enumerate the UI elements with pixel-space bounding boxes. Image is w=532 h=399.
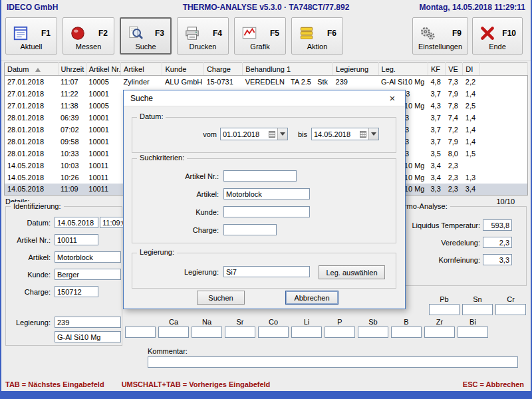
red-cross-icon bbox=[479, 25, 496, 42]
element-label-li: Li bbox=[291, 318, 322, 327]
element-value-input-p[interactable] bbox=[325, 327, 355, 338]
toolbar-button-drucken[interactable]: F4 Drucken bbox=[177, 17, 229, 55]
column-header-di[interactable]: DI bbox=[463, 63, 480, 76]
toolbar-button-suche[interactable]: F3 Suche bbox=[120, 17, 172, 55]
detail-kunde-input[interactable] bbox=[55, 269, 121, 280]
detail-charge-input[interactable] bbox=[55, 286, 98, 297]
table-cell bbox=[480, 184, 528, 196]
column-header-behandlung-1[interactable]: Behandlung 1 bbox=[243, 63, 333, 76]
liquidus-value-input[interactable] bbox=[483, 219, 512, 231]
column-header-ve[interactable]: VE bbox=[446, 63, 463, 76]
table-cell: 1,4 bbox=[463, 124, 480, 136]
detail-artikel-nr-input[interactable] bbox=[55, 234, 98, 245]
element-label-co: Co bbox=[258, 318, 289, 327]
element-row-1: PbSnCr bbox=[429, 295, 526, 315]
gears-icon bbox=[419, 25, 436, 42]
toolbar-button-aktuell[interactable]: F1 Aktuell bbox=[5, 17, 57, 55]
element-value-input-cr[interactable] bbox=[495, 304, 526, 315]
element-value-input[interactable] bbox=[125, 327, 156, 338]
table-cell: 8,0 bbox=[446, 148, 463, 160]
element-value-input-li[interactable] bbox=[291, 327, 322, 338]
table-cell: 2,2 bbox=[463, 76, 480, 88]
table-cell: 2,3 bbox=[446, 184, 463, 196]
element-value-input-pb[interactable] bbox=[429, 304, 460, 315]
toolbar-button-ende[interactable]: F10 Ende bbox=[472, 17, 523, 55]
element-label-cr: Cr bbox=[495, 295, 526, 304]
search-artikel-input[interactable] bbox=[223, 188, 310, 200]
bis-date-picker[interactable]: 14.05.2018 bbox=[311, 128, 379, 140]
form-list-icon bbox=[12, 25, 29, 42]
column-header-uhrzeit[interactable]: Uhrzeit bbox=[58, 63, 86, 76]
element-label-sn: Sn bbox=[462, 295, 493, 304]
column-header-leg[interactable]: Leg. bbox=[378, 63, 428, 76]
current-datetime: Montag, 14.05.2018 11:29:11 bbox=[349, 3, 525, 12]
layers-icon bbox=[298, 25, 315, 42]
column-header-legierung[interactable]: Legierung bbox=[333, 63, 378, 76]
element-label-empty bbox=[125, 318, 156, 327]
table-cell: 7,8 bbox=[446, 100, 463, 112]
vom-date-picker[interactable]: 01.01.2018 bbox=[220, 128, 288, 140]
search-charge-input[interactable] bbox=[223, 224, 277, 235]
toolbar-button-einstellungen[interactable]: F9 Einstellungen bbox=[412, 17, 468, 55]
statusbar-hint-tab: TAB = Nächstes Eingabefeld bbox=[5, 380, 104, 388]
search-artikel-nr-input[interactable] bbox=[223, 170, 297, 182]
column-header-charge[interactable]: Charge bbox=[203, 63, 242, 76]
element-value-input-ca[interactable] bbox=[158, 327, 189, 338]
dialog-suchkriterien-legend: Suchkriterien: bbox=[137, 154, 187, 162]
identifizierung-legend: Identifizierung: bbox=[11, 202, 64, 210]
element-value-input-zr[interactable] bbox=[424, 327, 455, 338]
element-value-input-bi[interactable] bbox=[458, 327, 488, 338]
toolbar-button-aktion[interactable]: F6 Aktion bbox=[291, 17, 343, 55]
element-value-input-co[interactable] bbox=[258, 327, 289, 338]
abbrechen-button[interactable]: Abbrechen bbox=[285, 291, 338, 305]
column-header-kunde[interactable]: Kunde bbox=[162, 63, 203, 76]
detail-legierung-input[interactable] bbox=[55, 317, 121, 328]
table-cell bbox=[480, 100, 528, 112]
table-cell: 3,4 bbox=[428, 172, 445, 184]
table-cell: 27.01.2018 bbox=[5, 88, 59, 100]
toolbar-button-grafik[interactable]: F5 Grafik bbox=[234, 17, 286, 55]
detail-datum-input[interactable] bbox=[55, 217, 98, 228]
window-frame-bottom bbox=[0, 391, 532, 399]
column-header-artikel-nr[interactable]: Artikel Nr. bbox=[86, 63, 120, 76]
element-value-input-sb[interactable] bbox=[358, 327, 388, 338]
close-icon[interactable]: × bbox=[386, 92, 398, 104]
table-cell: 10001 bbox=[86, 148, 120, 160]
kommentar-input[interactable] bbox=[148, 356, 518, 368]
element-value-input-sr[interactable] bbox=[225, 327, 255, 338]
detail-artikel-input[interactable] bbox=[55, 251, 121, 263]
dialog-titlebar[interactable]: Suche × bbox=[124, 90, 405, 106]
table-cell: 10:33 bbox=[58, 148, 86, 160]
detail-legierung-name-input[interactable] bbox=[55, 331, 121, 342]
table-cell: 7,9 bbox=[446, 136, 463, 148]
veredelung-value-input[interactable] bbox=[483, 237, 512, 248]
element-label-bi: Bi bbox=[458, 318, 488, 327]
element-value-input-sn[interactable] bbox=[462, 304, 493, 315]
app-titlebar: IDECO GmbH THERMO-ANALYSE v5.3.0 · TA748… bbox=[0, 0, 532, 15]
column-header-datum[interactable]: Datum bbox=[5, 63, 59, 76]
element-value-input-b[interactable] bbox=[391, 327, 422, 338]
dropdown-arrow-icon[interactable] bbox=[368, 128, 378, 140]
table-cell bbox=[480, 172, 528, 184]
leg-auswaehlen-button[interactable]: Leg. auswählen bbox=[319, 265, 385, 279]
table-row[interactable]: 27.01.201811:0710005ZylinderALU GmbH15-0… bbox=[5, 76, 528, 88]
element-label-sb: Sb bbox=[358, 318, 388, 327]
calendar-icon bbox=[269, 131, 275, 138]
search-kunde-input[interactable] bbox=[223, 206, 310, 217]
dropdown-arrow-icon[interactable] bbox=[277, 128, 287, 140]
element-label-zr: Zr bbox=[424, 318, 455, 327]
table-cell: 2,5 bbox=[463, 100, 480, 112]
toolbar-button-messen[interactable]: F2 Messen bbox=[63, 17, 114, 55]
kommentar-label: Kommentar: bbox=[148, 347, 188, 355]
kornfeinung-value-input[interactable] bbox=[483, 254, 512, 265]
element-value-input-na[interactable] bbox=[192, 327, 222, 338]
table-cell bbox=[463, 160, 480, 172]
element-label-pb: Pb bbox=[429, 295, 460, 304]
table-cell: 1,4 bbox=[463, 88, 480, 100]
column-header-artikel[interactable]: Artikel bbox=[121, 63, 162, 76]
suchen-button[interactable]: Suchen bbox=[197, 291, 245, 305]
column-header-kf[interactable]: KF bbox=[428, 63, 445, 76]
search-legierung-input[interactable] bbox=[223, 266, 310, 277]
table-cell: 28.01.2018 bbox=[5, 136, 59, 148]
toolbar-divider bbox=[0, 60, 532, 61]
